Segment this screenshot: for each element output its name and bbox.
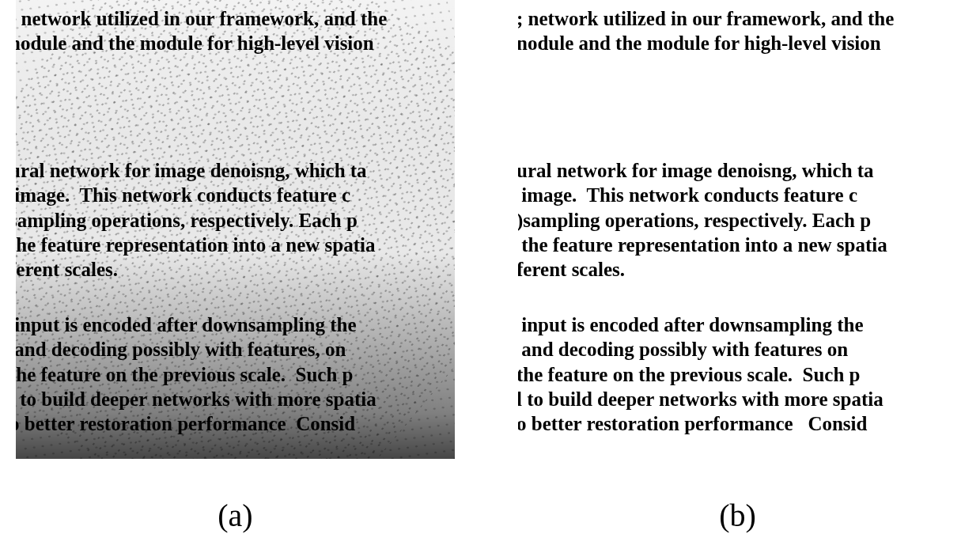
panel-a-noisy-image: ; network utilized in our framework, and… bbox=[16, 0, 455, 459]
figure-panels-row: ; network utilized in our framework, and… bbox=[0, 0, 980, 497]
caption-a: (a) bbox=[16, 497, 455, 534]
panel-b-clean-image: ; network utilized in our framework, and… bbox=[518, 0, 957, 459]
panel-a-text-block-3: input is encoded after downsampling the … bbox=[16, 312, 376, 436]
panel-a-text-block-2: ural network for image denoisng, which t… bbox=[16, 158, 375, 282]
panel-a-text-block-1: ; network utilized in our framework, and… bbox=[16, 6, 387, 56]
panel-b-text-block-3: input is encoded after downsampling the … bbox=[518, 312, 884, 436]
panel-b-text-block-2: ural network for image denoisng, which t… bbox=[518, 158, 887, 282]
caption-b: (b) bbox=[518, 497, 957, 534]
figure-captions-row: (a) (b) bbox=[0, 497, 980, 534]
panel-b-text-block-1: ; network utilized in our framework, and… bbox=[518, 6, 894, 56]
figure-comparison: ; network utilized in our framework, and… bbox=[0, 0, 980, 534]
